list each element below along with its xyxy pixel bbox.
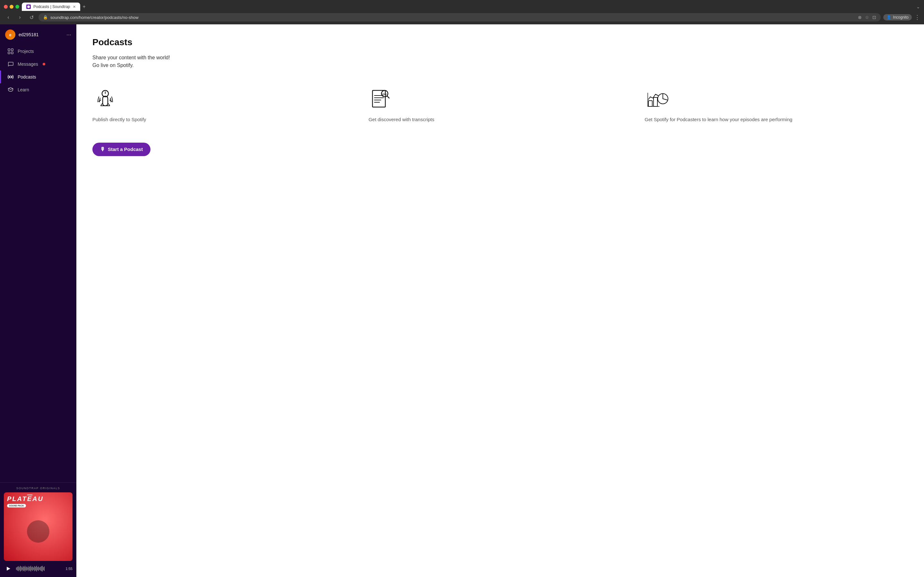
waveform — [16, 566, 63, 572]
sidebar-item-podcasts[interactable]: Podcasts — [0, 71, 76, 83]
url-text: soundtrap.com/home/creator/podcasts/no-s… — [50, 15, 855, 20]
feature-publish-text: Publish directly to Spotify — [92, 116, 356, 123]
lock-icon: 🔒 — [43, 15, 48, 19]
grid-icon — [7, 48, 14, 55]
page-subtitle: Share your content with the world! Go li… — [92, 54, 908, 69]
browser-chrome: Podcasts | Soundtrap ✕ + ⌄ ‹ › ↺ 🔒 sound… — [0, 0, 924, 24]
tab-close-button[interactable]: ✕ — [73, 5, 76, 9]
feature-discover: www Get discovered with transcripts — [368, 85, 632, 123]
avatar: e — [5, 29, 15, 40]
tab-favicon — [26, 5, 31, 9]
podcast-icon — [7, 74, 14, 80]
sidebar: e ed295181 ··· Projects — [0, 24, 76, 577]
album-art-inner: PLATEAU SOUND PACK — [4, 492, 73, 561]
feature-publish: Publish directly to Spotify — [92, 85, 356, 123]
svg-rect-2 — [11, 49, 13, 51]
album-figure — [27, 520, 49, 543]
messages-badge — [43, 63, 45, 65]
browser-tab[interactable]: Podcasts | Soundtrap ✕ — [22, 3, 80, 11]
message-icon — [7, 61, 14, 67]
address-bar[interactable]: 🔒 soundtrap.com/home/creator/podcasts/no… — [39, 13, 881, 21]
svg-rect-18 — [654, 97, 657, 106]
feature-discover-text: Get discovered with transcripts — [368, 116, 632, 123]
window-controls — [4, 5, 19, 9]
player-duration: 1:55 — [66, 567, 73, 571]
player-label: SOUNDTRAP ORIGINALS — [4, 487, 73, 490]
publish-icon — [92, 85, 118, 111]
sidebar-item-messages-label: Messages — [18, 61, 38, 67]
close-window-dot[interactable] — [4, 5, 8, 9]
incognito-label: Incognito — [893, 15, 909, 19]
username: ed295181 — [19, 32, 39, 37]
sidebar-item-learn[interactable]: Learn — [0, 83, 76, 96]
sidebar-item-messages[interactable]: Messages — [0, 58, 76, 71]
svg-rect-17 — [648, 101, 652, 106]
features-grid: Publish directly to Spotify www — [92, 85, 908, 123]
incognito-chip: 👤 Incognito — [883, 14, 912, 21]
user-info[interactable]: e ed295181 — [5, 29, 39, 40]
forward-button[interactable]: › — [15, 13, 24, 22]
more-options-button[interactable]: ··· — [66, 31, 71, 38]
sidebar-nav: Projects Messages — [0, 42, 76, 482]
svg-rect-4 — [11, 52, 13, 54]
sidebar-player: SOUNDTRAP ORIGINALS PLATEAU SOUND PACK — [0, 482, 76, 577]
start-podcast-label: Start a Podcast — [108, 147, 143, 152]
svg-rect-1 — [8, 49, 10, 51]
reload-button[interactable]: ↺ — [27, 13, 36, 22]
back-button[interactable]: ‹ — [4, 13, 13, 22]
tab-chevron[interactable]: ⌄ — [916, 4, 920, 9]
cast-icon[interactable]: ⊗ — [858, 15, 862, 20]
discover-icon: www — [368, 85, 394, 111]
svg-point-0 — [27, 5, 30, 8]
player-controls: 1:55 — [4, 564, 73, 573]
sidebar-item-learn-label: Learn — [18, 87, 29, 92]
sidebar-item-projects[interactable]: Projects — [0, 45, 76, 58]
analytics-icon — [645, 85, 670, 111]
split-view-icon[interactable]: ⊡ — [872, 15, 876, 20]
browser-menu-button[interactable]: ⋮ — [914, 14, 920, 21]
start-podcast-button[interactable]: 🎙 Start a Podcast — [92, 143, 150, 156]
svg-text:www: www — [382, 93, 387, 95]
mic-icon: 🎙 — [100, 147, 105, 152]
subtitle-line2: Go live on Spotify. — [92, 63, 134, 68]
minimize-window-dot[interactable] — [10, 5, 13, 9]
sidebar-item-podcasts-label: Podcasts — [18, 74, 36, 79]
sidebar-header: e ed295181 ··· — [0, 24, 76, 42]
bookmark-icon[interactable]: ☆ — [865, 15, 869, 20]
tab-title: Podcasts | Soundtrap — [33, 5, 70, 9]
main-content: Podcasts Share your content with the wor… — [76, 24, 924, 577]
learn-icon — [7, 87, 14, 93]
sound-pack-badge: SOUND PACK — [7, 504, 26, 508]
feature-analytics-text: Get Spotify for Podcasters to learn how … — [645, 116, 908, 123]
feature-analytics: Get Spotify for Podcasters to learn how … — [645, 85, 908, 123]
page-title: Podcasts — [92, 37, 908, 47]
incognito-icon: 👤 — [887, 15, 891, 19]
new-tab-button[interactable]: + — [83, 4, 86, 10]
maximize-window-dot[interactable] — [15, 5, 19, 9]
svg-marker-6 — [7, 567, 10, 571]
svg-line-16 — [387, 96, 389, 98]
subtitle-line1: Share your content with the world! — [92, 55, 170, 60]
play-button[interactable] — [4, 564, 13, 573]
album-title: PLATEAU — [7, 496, 69, 502]
sidebar-item-projects-label: Projects — [18, 49, 34, 54]
album-art[interactable]: PLATEAU SOUND PACK — [4, 492, 73, 561]
svg-rect-3 — [8, 52, 10, 54]
svg-point-5 — [10, 76, 11, 78]
